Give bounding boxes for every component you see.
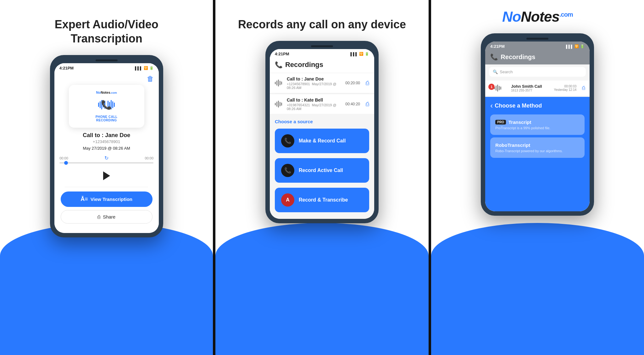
panel1-heading: Expert Audio/Video Transcription — [55, 17, 158, 46]
recording-item-1[interactable]: Call to : Jane Doe +12345678901 May/27/2… — [270, 73, 374, 93]
recordings-title: Recordings — [285, 61, 323, 69]
rec-duration-1: 00:20:00 — [345, 81, 360, 85]
p3-rec-number: 1613 255-3577 — [511, 89, 551, 92]
transcription-icon: Ā≡ — [80, 196, 88, 202]
screen-content-3: 📞 Recordings 🔍 Search 1 — [485, 50, 590, 211]
rec-info-2: Call to : Kate Bell +01987654321 May/27/… — [287, 97, 342, 111]
phone-speaker-2 — [311, 45, 333, 47]
robo-transcript-top: RoboTranscript — [495, 142, 580, 148]
rec-duration-2: 00:40:20 — [345, 102, 360, 106]
make-record-label: Make & Record Call — [299, 138, 346, 144]
pro-badge: PRO — [495, 120, 506, 125]
rec-sub-2: +01987654321 May/27/2019 @ 08:26 AM — [287, 103, 342, 111]
rec-sub-1: +12345678901 May/27/2019 @ 08:26 AM — [287, 82, 342, 90]
p3-recordings-title: Recordings — [501, 53, 535, 61]
phone-mockup-2: 4:21PM ▌▌▌ 🛜 🔋 📞 Recordings — [265, 41, 379, 223]
time-end: 00:00 — [145, 156, 154, 160]
back-chevron-icon[interactable]: ‹ — [490, 101, 493, 110]
p3-share-icon[interactable]: ⎙ — [582, 85, 585, 91]
progress-bar[interactable] — [59, 162, 153, 164]
divider-panel-1-2 — [213, 0, 215, 355]
repeat-icon[interactable]: ↻ — [104, 155, 108, 161]
rec-name-2: Call to : Kate Bell — [287, 97, 342, 103]
p3-header-phone-icon: 📞 — [490, 53, 498, 61]
view-transcription-label: View Transcription — [91, 197, 132, 202]
search-icon: 🔍 — [493, 69, 498, 74]
progress-row: 00:00 ↻ 00:00 — [59, 155, 153, 161]
header-phone-icon: 📞 — [275, 61, 283, 69]
wave-icon-1 — [275, 79, 284, 87]
nonotes-logo: NoNotes.com — [96, 91, 117, 94]
status-bar-1: 4:21PM ▌▌▌ 🛜 🔋 — [54, 63, 159, 72]
unread-badge: 1 — [488, 84, 495, 90]
phone-call-icon: 📞 — [101, 100, 112, 110]
rec-separator — [275, 93, 369, 94]
pro-transcript-top: PRO Transcript — [495, 119, 580, 125]
p3-rec-time: 00:00:03 — [564, 85, 576, 88]
trash-icon[interactable]: 🗑 — [147, 75, 154, 83]
call-date: May 27/2019 @ 08:26 AM — [83, 146, 130, 151]
phone-screen-2: 4:21PM ▌▌▌ 🛜 🔋 📞 Recordings — [270, 49, 374, 219]
status-icons-2: ▌▌▌ 🛜 🔋 — [351, 52, 369, 56]
call-name: Call to : Jane Doe — [83, 132, 130, 139]
record-transcribe-label: Record & Transcribe — [299, 197, 348, 203]
rec-name-1: Call to : Jane Doe — [287, 76, 342, 81]
record-transcribe-icon: A — [281, 193, 294, 207]
play-button[interactable] — [99, 168, 114, 184]
p3-wave-icon — [494, 84, 503, 92]
pro-transcript-option[interactable]: PRO Transcript ProTranscript is a 99% po… — [490, 114, 585, 135]
robo-transcript-option[interactable]: RoboTranscript Robo-Transcript powered b… — [490, 137, 585, 158]
share-icon-2[interactable]: ⎙ — [366, 101, 369, 108]
status-time-2: 4:21PM — [275, 52, 289, 56]
nonotes-logo-large: NoNotes.com — [502, 9, 573, 24]
recording-item-2[interactable]: Call to : Kate Bell +01987654321 May/27/… — [270, 94, 374, 114]
panel-records: Records any call on any device 4:21PM ▌▌… — [215, 0, 428, 355]
search-bar[interactable]: 🔍 Search — [489, 67, 586, 77]
divider-panel-2-3 — [429, 0, 431, 355]
robo-transcript-label: RoboTranscript — [495, 142, 530, 148]
phone-screen-1: 4:21PM ▌▌▌ 🛜 🔋 🗑 NoNotes.com — [54, 63, 159, 233]
p3-rec-date: Yesterday 12:14 — [554, 88, 576, 92]
choose-source-label: Choose a source — [270, 114, 374, 126]
record-active-call-button[interactable]: 📞 Record Active Call — [275, 158, 369, 183]
share-label: Share — [103, 214, 115, 219]
share-button[interactable]: ⎙ Share — [61, 210, 153, 224]
status-bar-2: 4:21PM ▌▌▌ 🛜 🔋 — [270, 49, 374, 58]
p3-recording-item[interactable]: 1 John Smith Call 1613 255-3577 00:00:03 — [485, 80, 590, 96]
card-label: PHONE CALLRECORDING — [96, 115, 118, 122]
screen-content-2: 📞 Recordings Call to : Jane Doe — [270, 58, 374, 219]
p3-rec-name: John Smith Call — [511, 84, 551, 89]
record-active-icon: 📞 — [281, 164, 294, 177]
panel-transcription: Expert Audio/Video Transcription 4:21PM … — [0, 0, 213, 355]
phone-speaker — [96, 59, 118, 61]
method-title: Choose a Method — [495, 103, 542, 109]
status-time-1: 4:21PM — [59, 66, 74, 70]
panel-nonotes: NoNotes.com 4:21PM ▌▌▌ 🛜 🔋 📞 Recordings — [431, 0, 644, 355]
robo-transcript-sub: Robo-Transcript powered by our algorithm… — [495, 149, 580, 153]
make-record-icon: 📞 — [281, 134, 294, 147]
phone-mockup-3: 4:21PM ▌▌▌ 🛜 🔋 📞 Recordings 🔍 Search — [481, 33, 594, 216]
status-time-3: 4:21PM — [490, 44, 505, 49]
p3-rec-info: John Smith Call 1613 255-3577 — [506, 84, 551, 92]
share-icon: ⎙ — [97, 214, 100, 219]
progress-dot — [64, 161, 68, 165]
record-active-label: Record Active Call — [299, 168, 343, 173]
time-start: 00:00 — [59, 156, 68, 160]
status-bar-3: 4:21PM ▌▌▌ 🛜 🔋 — [485, 42, 590, 50]
rec-info-1: Call to : Jane Doe +12345678901 May/27/2… — [287, 76, 342, 90]
pro-transcript-label: Transcript — [508, 119, 531, 125]
action-buttons: Ā≡ View Transcription ⎙ Share — [54, 187, 159, 228]
play-icon — [103, 171, 110, 180]
phone-speaker-3 — [526, 38, 548, 40]
p3-rec-right: 00:00:03 Yesterday 12:14 — [554, 85, 576, 92]
view-transcription-button[interactable]: Ā≡ View Transcription — [61, 191, 153, 207]
pro-transcript-sub: ProTranscript is a 99% polished file. — [495, 126, 580, 130]
make-record-call-button[interactable]: 📞 Make & Record Call — [275, 129, 369, 153]
phone-mockup-1: 4:21PM ▌▌▌ 🛜 🔋 🗑 NoNotes.com — [50, 55, 163, 237]
search-placeholder: Search — [500, 69, 513, 74]
share-icon-1[interactable]: ⎙ — [366, 80, 369, 86]
record-transcribe-button[interactable]: A Record & Transcribe — [275, 188, 369, 212]
logo-area: NoNotes.com — [431, 0, 644, 24]
method-back-row: ‹ Choose a Method — [490, 101, 585, 110]
recording-card: NoNotes.com 📞 — [69, 85, 144, 128]
